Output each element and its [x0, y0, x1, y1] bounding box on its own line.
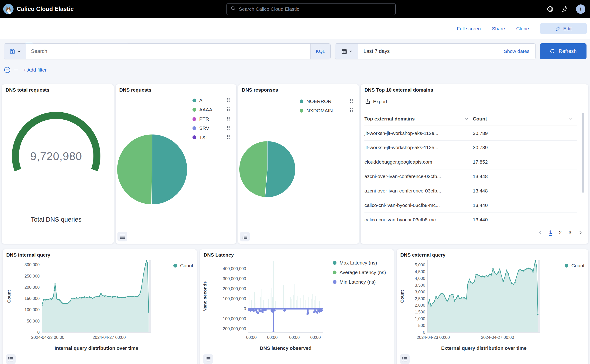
y-tick-label: -200,000,000 — [221, 326, 246, 331]
legend-action-icon[interactable] — [350, 108, 353, 113]
domain-cell: clouddebugger.googleapis.com — [364, 155, 473, 169]
export-button[interactable]: Export — [365, 99, 387, 104]
panel-dns-internal-query: DNS internal query Count Count 300,00025… — [3, 249, 197, 364]
legend-item-min-latency[interactable]: Min Latency (ns) — [333, 279, 386, 285]
help-lifering-icon[interactable] — [546, 5, 554, 13]
filter-icon[interactable] — [4, 66, 11, 73]
legend-action-icon[interactable] — [227, 117, 230, 122]
calico-logo-icon[interactable] — [3, 4, 13, 14]
x-tick-label: 2024-04-27 00:00 — [92, 335, 126, 340]
next-page-icon[interactable] — [578, 230, 583, 235]
refresh-button[interactable]: Refresh — [540, 43, 586, 59]
domain-cell: azcni-over-ivan-conference-03cfb... — [364, 184, 473, 198]
legend-dot — [300, 109, 303, 113]
edit-button[interactable]: Edit — [540, 23, 587, 34]
page-1-button[interactable]: 1 — [549, 229, 552, 236]
dns-requests-pie-chart — [117, 134, 188, 205]
search-icon — [230, 6, 236, 12]
legend-item-ptr[interactable]: PTR — [193, 116, 230, 122]
legend-dot — [193, 135, 196, 139]
y-tick-label: 200,000,000 — [223, 286, 246, 291]
y-tick-label: 5,000 — [415, 263, 425, 267]
y-tick-label: 4,000 — [415, 276, 425, 281]
panel-legend-toggle-button[interactable] — [400, 354, 410, 364]
full-screen-button[interactable]: Full screen — [457, 26, 481, 32]
y-tick-label: 2,500 — [415, 296, 425, 301]
panel-dns-responses: DNS responses NOERROR NXDOMAIN — [238, 84, 359, 244]
share-button[interactable]: Share — [492, 26, 505, 32]
user-avatar[interactable]: t — [576, 4, 585, 14]
legend-dot — [300, 99, 303, 103]
top-navbar: Calico Cloud Elastic — [0, 0, 590, 18]
column-header-domains[interactable]: Top external domains — [364, 112, 473, 126]
panel-legend-toggle-button[interactable] — [203, 354, 213, 364]
legend-action-icon[interactable] — [227, 107, 230, 112]
refresh-icon — [550, 48, 555, 54]
panel-title: DNS responses — [242, 87, 278, 93]
clone-button[interactable]: Clone — [516, 26, 529, 32]
legend-item-nxdomain[interactable]: NXDOMAIN — [300, 108, 353, 113]
legend-item-srv[interactable]: SRV — [193, 125, 230, 131]
y-tick-label: 100,000,000 — [223, 296, 246, 301]
panel-legend-toggle-button[interactable] — [6, 354, 16, 364]
chevron-down-icon — [465, 117, 469, 121]
x-axis-title: Internal query distribution over time — [42, 345, 151, 351]
kql-language-button[interactable]: KQL — [310, 44, 331, 59]
navbar-icons: t — [546, 0, 585, 18]
panel-title: DNS Top 10 external domains — [364, 87, 433, 93]
dns-responses-pie-chart — [239, 141, 296, 198]
table-row: jlt-worksh-jlt-workshop-aks-112e... 30,7… — [364, 126, 577, 140]
panel-legend-toggle-button[interactable] — [117, 232, 127, 241]
show-dates-button[interactable]: Show dates — [504, 48, 535, 54]
panel-dns-total-requests: DNS total requests 9,720,980 Total DNS q… — [2, 84, 114, 244]
panel-dns-external-query: DNS external query Count Count 5,0004,50… — [397, 249, 588, 364]
count-cell: 17,852 — [473, 155, 577, 169]
add-filter-button[interactable]: + Add filter — [23, 67, 47, 73]
list-icon — [120, 234, 125, 239]
domain-cell: calico-cni-ivan-byocni-03cfb8-mc... — [364, 198, 473, 213]
count-cell: 30,789 — [473, 126, 577, 140]
x-tick-label: 2024-04-23 00:00 — [31, 335, 64, 340]
query-search-input[interactable] — [26, 44, 310, 59]
chart-legend: Count — [173, 263, 193, 273]
table-row: clouddebugger.googleapis.com 17,852 — [364, 155, 577, 169]
column-header-count[interactable]: Count — [473, 112, 577, 126]
y-tick-label: 500 — [418, 323, 425, 328]
previous-page-icon[interactable] — [538, 230, 542, 235]
x-tick-label: 00:00 — [267, 335, 278, 340]
dashboard-actions: Full screen Share Clone Edit — [457, 18, 587, 39]
legend-item-max-latency[interactable]: Max Latency (ns) — [333, 260, 386, 266]
whats-new-party-icon[interactable] — [561, 5, 569, 13]
legend-item-count[interactable]: Count — [173, 263, 193, 268]
panel-title: DNS internal query — [6, 252, 50, 258]
panel-title: DNS total requests — [6, 87, 49, 93]
count-cell: 30,789 — [473, 140, 577, 155]
legend-action-icon[interactable] — [350, 99, 353, 104]
y-tick-label: 300,000 — [25, 262, 40, 267]
legend-item-average-latency[interactable]: Average Latency (ns) — [333, 270, 386, 275]
legend-item-aaaa[interactable]: AAAA — [193, 107, 230, 113]
legend-action-icon[interactable] — [227, 98, 230, 103]
global-search-box — [227, 3, 396, 15]
legend-item-a[interactable]: A — [193, 98, 230, 103]
legend-item-count[interactable]: Count — [564, 263, 584, 268]
legend-action-icon[interactable] — [227, 135, 230, 140]
y-tick-label: 3,500 — [415, 283, 425, 287]
panel-legend-toggle-button[interactable] — [240, 232, 250, 241]
global-search-input[interactable] — [239, 6, 392, 12]
page-3-button[interactable]: 3 — [569, 230, 571, 235]
legend-item-noerror[interactable]: NOERROR — [300, 98, 353, 104]
table-scrollbar[interactable] — [582, 113, 584, 193]
y-tick-label: 150,000 — [25, 296, 40, 301]
time-range-value[interactable]: Last 7 days — [358, 48, 504, 54]
x-axis-title: DNS latency observed — [248, 345, 323, 351]
calendar-menu-button[interactable] — [335, 44, 358, 59]
x-tick-label: 2024-04-27 00:00 — [481, 335, 514, 340]
export-icon — [365, 99, 370, 104]
legend-action-icon[interactable] — [227, 126, 230, 131]
legend-item-txt[interactable]: TXT — [193, 135, 230, 140]
gauge-caption: Total DNS queries — [2, 216, 110, 223]
table-row: azcni-over-ivan-conference-03cfb... 13,4… — [364, 169, 577, 184]
saved-query-menu-button[interactable] — [4, 44, 26, 59]
page-2-button[interactable]: 2 — [559, 230, 562, 235]
